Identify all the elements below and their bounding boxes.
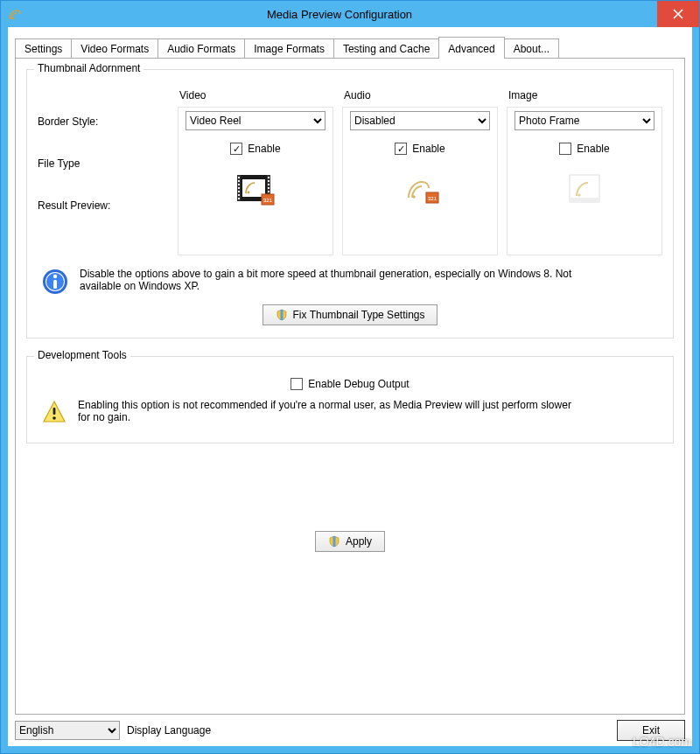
audio-preview-icon: 321 [400, 171, 440, 206]
svg-point-22 [412, 195, 416, 199]
svg-rect-8 [238, 191, 240, 192]
preview-video: 321 [186, 167, 326, 211]
group-development-tools-legend: Development Tools [34, 349, 130, 361]
shield-icon [328, 535, 340, 548]
language-label: Display Language [127, 724, 211, 737]
close-button[interactable] [657, 1, 699, 27]
warn-text: Enabling this option is not recommended … [78, 399, 585, 423]
video-reel-icon: 321 [235, 171, 276, 206]
client-area: Settings Video Formats Audio Formats Ima… [1, 27, 699, 753]
checkbox-video-enable-label: Enable [248, 143, 280, 155]
tab-advanced[interactable]: Advanced [438, 37, 504, 59]
svg-point-19 [248, 192, 250, 194]
group-thumbnail-adornment-legend: Thumbnail Adornment [34, 62, 144, 74]
tab-audio-formats[interactable]: Audio Formats [158, 38, 245, 59]
fix-thumbnail-button[interactable]: Fix Thumbnail Type Settings [262, 304, 438, 325]
label-result-preview: Result Preview: [38, 194, 169, 212]
checkbox-debug-output[interactable] [290, 378, 303, 390]
warning-icon [41, 399, 67, 425]
svg-rect-10 [238, 198, 240, 199]
info-icon [41, 268, 69, 296]
svg-point-31 [53, 275, 57, 278]
tab-image-formats[interactable]: Image Formats [244, 38, 334, 59]
tab-testing-cache[interactable]: Testing and Cache [333, 38, 439, 59]
svg-rect-11 [268, 177, 270, 178]
combo-audio-border[interactable]: Disabled [350, 111, 490, 130]
footer: English Display Language Exit [15, 720, 685, 741]
svg-rect-26 [570, 198, 599, 203]
close-icon [673, 9, 683, 19]
tab-about[interactable]: About... [504, 38, 559, 59]
col-head-audio: Audio [342, 87, 498, 107]
svg-rect-7 [238, 187, 240, 189]
app-icon [8, 7, 22, 21]
group-thumbnail-adornment: Thumbnail Adornment Video Audio Image Bo… [26, 69, 674, 339]
exit-button[interactable]: Exit [617, 720, 685, 741]
combo-video-border[interactable]: Video Reel [186, 111, 326, 130]
titlebar: Media Preview Configuration [1, 1, 699, 27]
svg-rect-15 [268, 191, 270, 192]
col-head-image: Image [507, 87, 662, 107]
language-combo[interactable]: English [15, 721, 120, 740]
combo-image-border[interactable]: Photo Frame [514, 111, 654, 130]
svg-rect-25 [570, 175, 599, 201]
label-border-style: Border Style: [38, 110, 169, 128]
col-panel-audio: Disabled ✓ Enable 321 [342, 107, 498, 255]
checkbox-audio-enable[interactable]: ✓ [395, 143, 407, 155]
svg-rect-14 [268, 187, 270, 189]
preview-audio: 321 [350, 167, 490, 211]
col-panel-video: Video Reel ✓ Enable [178, 107, 333, 255]
tab-video-formats[interactable]: Video Formats [71, 38, 158, 59]
label-file-type: File Type [38, 152, 169, 170]
fix-thumbnail-button-label: Fix Thumbnail Type Settings [293, 309, 425, 321]
svg-rect-13 [268, 184, 270, 185]
checkbox-image-enable[interactable] [559, 143, 571, 155]
svg-rect-32 [53, 280, 57, 289]
svg-point-27 [578, 193, 580, 196]
svg-rect-6 [238, 184, 240, 185]
exit-button-label: Exit [642, 724, 660, 737]
checkbox-debug-output-label: Enable Debug Output [308, 378, 409, 390]
shield-icon [276, 309, 288, 321]
checkbox-audio-enable-label: Enable [412, 143, 444, 155]
svg-point-0 [12, 17, 15, 20]
svg-rect-12 [268, 180, 270, 182]
photo-frame-icon [564, 171, 605, 206]
svg-rect-9 [238, 194, 240, 196]
svg-point-34 [52, 416, 56, 420]
group-development-tools: Development Tools Enable Debug Output En… [26, 356, 674, 443]
info-text: Disable the options above to gain a bit … [80, 268, 587, 292]
apply-button-label: Apply [346, 535, 372, 548]
preview-image [514, 167, 654, 211]
svg-rect-5 [238, 180, 240, 182]
app-window: Media Preview Configuration Settings Vid… [0, 0, 700, 754]
svg-text:321: 321 [263, 198, 273, 203]
tab-row: Settings Video Formats Audio Formats Ima… [15, 36, 685, 58]
checkbox-image-enable-label: Enable [577, 143, 609, 155]
svg-rect-33 [53, 408, 56, 415]
apply-button[interactable]: Apply [315, 531, 385, 552]
col-head-video: Video [178, 87, 333, 107]
tab-settings[interactable]: Settings [15, 38, 72, 59]
col-panel-image: Photo Frame Enable [507, 107, 662, 255]
checkbox-video-enable[interactable]: ✓ [230, 143, 242, 155]
window-title: Media Preview Configuration [22, 8, 657, 21]
svg-rect-4 [238, 177, 240, 178]
tab-panel-advanced: Thumbnail Adornment Video Audio Image Bo… [15, 58, 685, 715]
svg-text:321: 321 [428, 196, 438, 201]
